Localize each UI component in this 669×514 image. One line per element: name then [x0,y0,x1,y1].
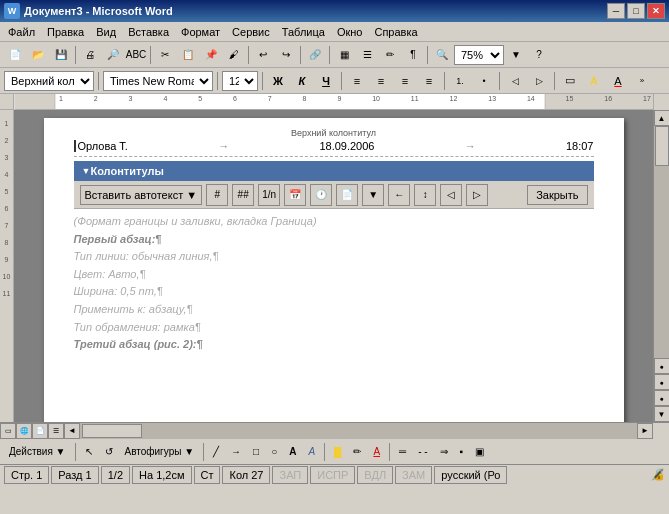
undo-button[interactable]: ↩ [252,44,274,66]
actions-button[interactable]: Действия ▼ [4,441,71,463]
arrow-style-button[interactable]: ⇒ [435,441,453,463]
wordart-tool[interactable]: A [303,441,320,463]
web-view-btn[interactable]: 🌐 [16,423,32,439]
menu-view[interactable]: Вид [90,24,122,40]
scroll-right-button[interactable]: ► [637,423,653,439]
zoom-select[interactable]: 75% 100% 50% [454,45,504,65]
print-button[interactable]: 🖨 [79,44,101,66]
open-button[interactable]: 📂 [27,44,49,66]
spellcheck-button[interactable]: ABC [125,44,147,66]
autoshapes-button[interactable]: Автофигуры ▼ [120,441,200,463]
k-btn-3[interactable]: 1/n [258,184,280,206]
cut-button[interactable]: ✂ [154,44,176,66]
redo-button[interactable]: ↪ [275,44,297,66]
font-select[interactable]: Times New Roman [103,71,213,91]
border-button[interactable]: ▭ [559,70,581,92]
align-center-button[interactable]: ≡ [370,70,392,92]
style-select[interactable]: Верхний колонт [4,71,94,91]
align-left-button[interactable]: ≡ [346,70,368,92]
menu-edit[interactable]: Правка [41,24,90,40]
hyperlink-button[interactable]: 🔗 [304,44,326,66]
drawing-button[interactable]: ✏ [379,44,401,66]
font-color-draw-button[interactable]: A [368,441,385,463]
scroll-track-h[interactable] [80,423,637,439]
print-view-btn[interactable]: 📄 [32,423,48,439]
size-select[interactable]: 12 [222,71,258,91]
k-btn-5[interactable]: 🕐 [310,184,332,206]
select-cursor-button[interactable]: ↖ [80,441,98,463]
rotate-button[interactable]: ↺ [100,441,118,463]
status-zam[interactable]: ЗАМ [395,466,432,484]
zoom-dropdown[interactable]: ▼ [505,44,527,66]
format-painter[interactable]: 🖌 [223,44,245,66]
arrow-tool[interactable]: → [226,441,246,463]
k-btn-11[interactable]: ▷ [466,184,488,206]
more-button[interactable]: » [631,70,653,92]
dash-style-button[interactable]: - - [413,441,432,463]
k-btn-7[interactable]: ▼ [362,184,384,206]
menu-insert[interactable]: Вставка [122,24,175,40]
numbering-button[interactable]: 1. [449,70,471,92]
copy-button[interactable]: 📋 [177,44,199,66]
line-color-button[interactable]: ✏ [348,441,366,463]
scroll-down-button[interactable]: ▼ [654,406,670,422]
table-button[interactable]: ▦ [333,44,355,66]
outline-view-btn[interactable]: ☰ [48,423,64,439]
bold-button[interactable]: Ж [267,70,289,92]
menu-help[interactable]: Справка [368,24,423,40]
line-tool[interactable]: ╱ [208,441,224,463]
textbox-tool[interactable]: A [284,441,301,463]
insert-autotext-button[interactable]: Вставить автотекст ▼ [80,185,203,205]
scroll-prev-page[interactable]: ● [654,358,670,374]
scroll-up-button[interactable]: ▲ [654,110,670,126]
close-button[interactable]: Закрыть [527,185,587,205]
3d-button[interactable]: ▣ [470,441,489,463]
scroll-track-v[interactable] [654,126,669,358]
k-btn-6[interactable]: 📄 [336,184,358,206]
paste-button[interactable]: 📌 [200,44,222,66]
menu-file[interactable]: Файл [2,24,41,40]
status-vdl[interactable]: ВДЛ [357,466,393,484]
status-ispr[interactable]: ИСПР [310,466,355,484]
close-button[interactable]: ✕ [647,3,665,19]
vertical-scrollbar[interactable]: ▲ ● ● ● ▼ [653,110,669,422]
zoom-down[interactable]: 🔍 [431,44,453,66]
align-right-button[interactable]: ≡ [394,70,416,92]
new-button[interactable]: 📄 [4,44,26,66]
scroll-next-page[interactable]: ● [654,390,670,406]
k-btn-8[interactable]: ← [388,184,410,206]
underline-button[interactable]: Ч [315,70,337,92]
menu-tools[interactable]: Сервис [226,24,276,40]
k-btn-1[interactable]: # [206,184,228,206]
normal-view-btn[interactable]: ▭ [0,423,16,439]
k-btn-2[interactable]: ## [232,184,254,206]
preview-button[interactable]: 🔎 [102,44,124,66]
line-style-button[interactable]: ═ [394,441,411,463]
shadow-button[interactable]: ▪ [455,441,469,463]
bullets-button[interactable]: • [473,70,495,92]
indent-increase[interactable]: ▷ [528,70,550,92]
help-button[interactable]: ? [528,44,550,66]
highlight-button[interactable]: A [583,70,605,92]
status-lang[interactable]: русский (Ро [434,466,507,484]
save-button[interactable]: 💾 [50,44,72,66]
status-zap[interactable]: ЗАП [272,466,308,484]
k-btn-4[interactable]: 📅 [284,184,306,206]
rect-tool[interactable]: □ [248,441,264,463]
minimize-button[interactable]: ─ [607,3,625,19]
columns-button[interactable]: ☰ [356,44,378,66]
maximize-button[interactable]: □ [627,3,645,19]
scroll-select[interactable]: ● [654,374,670,390]
menu-table[interactable]: Таблица [276,24,331,40]
font-color-button[interactable]: A [607,70,629,92]
k-btn-9[interactable]: ↕ [414,184,436,206]
justify-button[interactable]: ≡ [418,70,440,92]
document-area[interactable]: Верхний колонтитул Орлова Т. → 18.09.200… [14,110,653,422]
menu-window[interactable]: Окно [331,24,369,40]
fill-color-button[interactable]: ▓ [329,441,346,463]
oval-tool[interactable]: ○ [266,441,282,463]
indent-button[interactable]: ¶ [402,44,424,66]
scroll-thumb-v[interactable] [655,126,669,166]
menu-format[interactable]: Формат [175,24,226,40]
italic-button[interactable]: К [291,70,313,92]
